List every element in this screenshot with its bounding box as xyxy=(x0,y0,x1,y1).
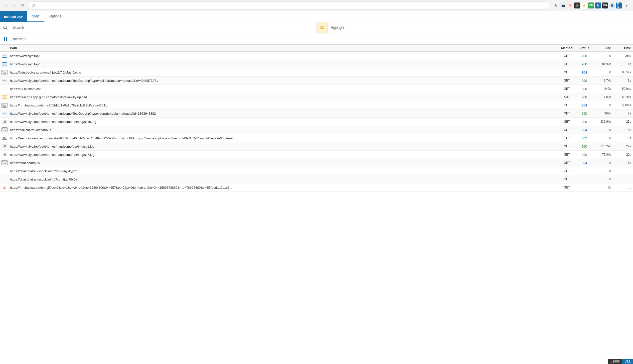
ext-bolt[interactable]: ⚡ xyxy=(581,2,587,8)
flow-size: 0 xyxy=(593,161,613,164)
app-tabs: Start Options xyxy=(27,11,66,22)
tab-start[interactable]: Start xyxy=(27,11,45,22)
table-row[interactable]: <> https://www.aiyc.top/ GET 200 81.9kb … xyxy=(0,60,633,68)
flow-time: 1s xyxy=(613,79,633,82)
flow-status: 200 xyxy=(576,79,593,82)
flow-size: 2.7kb xyxy=(593,79,613,82)
ext-screenshot[interactable]: 📷 xyxy=(560,2,566,8)
flow-path: https://call.chatra.io/chatra.js xyxy=(9,128,558,132)
table-row[interactable]: 🖼 https://www.aiyc.top/usr/themes/handso… xyxy=(0,118,633,126)
flow-type-icon: 🖼 xyxy=(0,120,9,124)
back-button[interactable]: ← xyxy=(3,2,10,9)
flow-path: https://hm.baidu.com/hm.js?55fddd1a0a1c7… xyxy=(9,104,558,107)
bookmark-button[interactable]: ★ xyxy=(552,2,559,9)
table-row[interactable]: HTTP304 https://chat.chatra.io/ GET 304 … xyxy=(0,159,633,167)
flow-path: https://www.aiyc.top/ xyxy=(9,62,558,66)
reload-button[interactable]: ↻ xyxy=(19,2,26,9)
table-row[interactable]: HTTP304 https://call.chatra.io/chatra.js… xyxy=(0,126,633,134)
flow-status: 304 xyxy=(576,161,593,165)
status-version: v5.1 xyxy=(622,359,633,364)
flow-size: 0 xyxy=(593,128,613,132)
flow-status: 304 xyxy=(576,128,593,132)
flow-method: GET xyxy=(558,153,576,156)
tag-icon: 🏷 xyxy=(320,25,324,30)
highlight-input[interactable] xyxy=(328,26,633,30)
search-button[interactable] xyxy=(0,22,11,33)
flow-size: 0b xyxy=(593,186,613,189)
forward-button[interactable]: → xyxy=(11,2,18,9)
table-row[interactable]: -- https://chat.chatra.io/sockjs/info?cb… xyxy=(0,175,633,184)
highlight-tag-button[interactable]: 🏷 xyxy=(317,22,328,33)
table-row[interactable]: 🖼 https://www.aiyc.top/usr/themes/handso… xyxy=(0,150,633,159)
table-row[interactable]: -- https://chat.chatra.io/sockjs/info?cb… xyxy=(0,167,633,175)
ext-shop[interactable]: 家宝 xyxy=(616,2,622,8)
nav-buttons: ← → ↻ xyxy=(3,2,26,9)
flow-time: 504ms xyxy=(613,87,633,90)
table-row[interactable]: <> https://www.aiyc.top/ GET 200 0 3ms xyxy=(0,52,633,60)
flow-method: GET xyxy=(558,144,576,148)
ext-x[interactable]: ✕ xyxy=(567,2,573,8)
ext-cam[interactable] xyxy=(574,2,580,8)
flow-path: https://hm.baidu.com/hm.gif?cc=1&ck=1&cl… xyxy=(9,186,558,190)
app-logo: mitmproxy xyxy=(0,11,27,22)
flow-status: 200 xyxy=(576,87,593,91)
table-row[interactable]: HTTP304 https://cdn.bootcss.com/mathjax/… xyxy=(0,68,633,76)
flow-type-icon: JS xyxy=(0,95,9,99)
intercept-toggle[interactable] xyxy=(0,34,11,44)
col-path-header: Path xyxy=(9,46,558,50)
flow-size: 0b xyxy=(593,178,613,181)
menu-button[interactable]: ⋮ xyxy=(623,2,630,9)
flow-method: GET xyxy=(558,87,576,90)
flow-type-icon: <> xyxy=(0,111,9,116)
ext-n[interactable]: N xyxy=(595,2,601,8)
flow-method: POST xyxy=(558,95,576,99)
flow-status: 200 xyxy=(576,144,593,148)
flow-type-icon: -- xyxy=(0,169,9,173)
table-row[interactable]: HTTP304 https://hm.baidu.com/hm.js?55fdd… xyxy=(0,101,633,110)
table-header: Path Method Status Size Time xyxy=(0,45,633,52)
table-row[interactable]: <> https://www.aiyc.top/usr/themes/hands… xyxy=(0,110,633,118)
flow-path: https://chat.chatra.io/sockjs/info?cb=8j… xyxy=(9,178,558,181)
flow-method: GET xyxy=(558,120,576,124)
table-row[interactable]: ⚠ https://hm.baidu.com/hm.gif?cc=1&ck=1&… xyxy=(0,184,633,192)
flow-size: 367b xyxy=(593,112,613,115)
table-row[interactable]: 30x https://secure.gravatar.com/avatar/9… xyxy=(0,134,633,142)
flow-size: 0 xyxy=(593,70,613,74)
app-header: mitmproxy Start Options xyxy=(0,11,633,22)
flow-type-icon: HTTP304 xyxy=(0,69,9,76)
ext-dots[interactable]: ⦿⦿ xyxy=(602,2,608,8)
tab-options[interactable]: Options xyxy=(45,11,66,22)
url-input[interactable]: 127.0.0.1:8081/#/flows xyxy=(37,4,546,7)
toolbar: 🏷 xyxy=(0,22,633,34)
ext-user[interactable]: 👤 xyxy=(609,2,615,8)
table-row[interactable]: -- https://v1.hitokoto.cn/ GET 200 242b … xyxy=(0,85,633,93)
flow-time: 22s xyxy=(613,144,633,148)
flow-type-icon: ⚠ xyxy=(0,185,9,190)
table-row[interactable]: JS https://beacons.gcp.gvt2.com/domainre… xyxy=(0,93,633,101)
search-input[interactable] xyxy=(11,26,316,30)
flow-method: GET xyxy=(558,62,576,66)
table-row[interactable]: 🖼 https://www.aiyc.top/usr/themes/handso… xyxy=(0,142,633,150)
flow-time: 531ms xyxy=(613,95,633,99)
flow-method: GET xyxy=(558,169,576,173)
col-status-header: Status xyxy=(576,46,593,50)
ext-on[interactable]: ON xyxy=(588,2,594,8)
flow-status: 200 xyxy=(576,95,593,99)
flow-time: 550ms xyxy=(613,104,633,107)
flow-method: GET xyxy=(558,112,576,115)
svg-point-1 xyxy=(577,5,578,6)
flow-path: https://www.aiyc.top/usr/themes/handsome… xyxy=(9,144,558,148)
flow-method: GET xyxy=(558,79,576,82)
flow-path: https://www.aiyc.top/usr/themes/handsome… xyxy=(9,120,558,124)
flow-method: GET xyxy=(558,186,576,189)
table-row[interactable]: <> https://www.aiyc.top/usr/themes/hands… xyxy=(0,76,633,85)
flow-size: 175.2kb xyxy=(593,144,613,148)
col-time-header: Time xyxy=(613,46,633,50)
flow-size: 0 xyxy=(593,104,613,107)
flow-status: 200 xyxy=(576,120,593,124)
address-bar[interactable]: ⓘ 127.0.0.1:8081/#/flows xyxy=(28,2,550,10)
flow-time: 6s xyxy=(613,161,633,164)
flow-path: https://secure.gravatar.com/avatar/9609c… xyxy=(9,136,558,140)
flow-size: 77.8kb xyxy=(593,153,613,156)
intercept-input[interactable] xyxy=(11,37,633,41)
